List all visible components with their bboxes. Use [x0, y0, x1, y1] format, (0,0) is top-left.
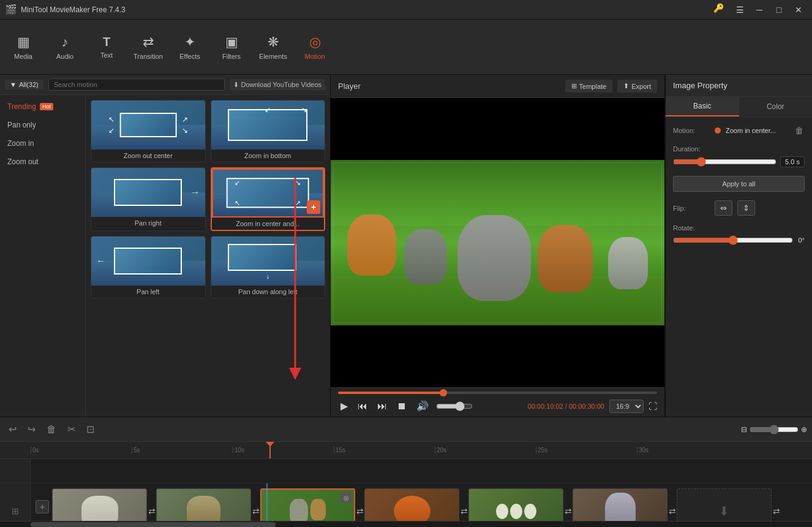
- ruler-mark: 0s: [31, 447, 132, 453]
- motion-badge: ◎: [340, 492, 351, 503]
- all-category-tag[interactable]: ▼ All(32): [5, 80, 43, 89]
- cut-clip-button[interactable]: ✂: [64, 421, 79, 438]
- category-zoom-out[interactable]: Zoom out: [0, 153, 85, 171]
- collapse-icon: ▼: [10, 81, 17, 88]
- stop-button[interactable]: ⏹: [394, 400, 409, 413]
- crop-clip-button[interactable]: ⊡: [83, 421, 98, 438]
- menu-button[interactable]: ☰: [731, 3, 748, 17]
- filters-label: Filters: [222, 53, 241, 60]
- fullscreen-button[interactable]: ⛶: [648, 401, 657, 411]
- transition-icon: ⇄: [773, 506, 780, 516]
- toolbar-item-text[interactable]: T Text: [86, 23, 127, 72]
- zoom-controls: ⊟ ⊕: [741, 425, 807, 434]
- motion-property-label: Motion:: [673, 127, 710, 134]
- delete-clip-button[interactable]: 🗑: [43, 422, 60, 438]
- timeline-toolbar: ↩ ↪ 🗑 ✂ ⊡ ⊟ ⊕: [0, 417, 812, 442]
- text-icon: T: [103, 35, 110, 49]
- add-motion-button[interactable]: +: [307, 200, 320, 214]
- motion-indicator: [715, 127, 721, 134]
- rotate-row: 0°: [673, 235, 805, 245]
- hot-badge: Hot: [40, 103, 53, 110]
- playhead-marker: [266, 442, 274, 447]
- toolbar-item-effects[interactable]: ✦ Effects: [169, 23, 211, 72]
- next-frame-button[interactable]: ⏭: [375, 400, 389, 413]
- download-youtube-button[interactable]: ⬇ Download YouTube Videos: [230, 79, 326, 91]
- right-panel: Image Property Basic Color Motion: Zoom …: [665, 75, 812, 417]
- tab-basic[interactable]: Basic: [666, 97, 739, 116]
- video-area: [331, 98, 664, 387]
- apply-all-row: Apply to all: [673, 176, 805, 192]
- time-display: 00:00:10:02 / 00:00:30:00: [528, 403, 604, 410]
- left-panel-header: ▼ All(32) ⬇ Download YouTube Videos: [0, 75, 330, 95]
- play-button[interactable]: ▶: [338, 399, 350, 413]
- audio-icon: ♪: [62, 34, 69, 50]
- search-input[interactable]: [48, 78, 225, 91]
- app-title: MiniTool MovieMaker Free 7.4.3: [21, 6, 713, 14]
- rotate-value: 0°: [798, 237, 805, 244]
- motion-card-pan-down-left[interactable]: ↓ Pan down along left: [211, 236, 326, 298]
- zoom-slider[interactable]: [750, 425, 799, 434]
- category-trending[interactable]: Trending Hot: [0, 97, 85, 116]
- maximize-button[interactable]: □: [770, 3, 788, 17]
- player-controls: ▶ ⏮ ⏭ ⏹ 🔊 00:00:10:02 / 00:00:30:00 16:9…: [331, 387, 664, 417]
- transition-icon: ⇄: [356, 506, 364, 516]
- template-button[interactable]: ⊞ Template: [565, 80, 613, 93]
- redo-button[interactable]: ↪: [24, 421, 39, 438]
- zoom-out-label: Zoom out: [7, 157, 39, 166]
- toolbar-item-elements[interactable]: ❋ Elements: [252, 23, 294, 72]
- duration-slider[interactable]: [673, 157, 776, 167]
- volume-button[interactable]: 🔊: [414, 399, 431, 413]
- elements-label: Elements: [259, 53, 287, 60]
- scrollbar-thumb[interactable]: [31, 522, 276, 527]
- minimize-button[interactable]: ─: [751, 3, 768, 17]
- ruler-mark: 25s: [536, 447, 637, 453]
- audio-label: Audio: [56, 53, 73, 60]
- transition-icon: ⇄: [565, 506, 572, 516]
- toolbar-item-audio[interactable]: ♪ Audio: [44, 23, 86, 72]
- ruler-mark: 20s: [435, 447, 536, 453]
- trending-label: Trending: [7, 102, 36, 111]
- delete-motion-button[interactable]: 🗑: [794, 124, 805, 137]
- motion-card-zoom-in-center[interactable]: ↙ ↘ ↖ ↗ + Zoom in center and...: [211, 167, 326, 231]
- categories-sidebar: Trending Hot Pan only Zoom in Zoom out: [0, 95, 86, 417]
- toolbar-item-motion[interactable]: ◎ Motion: [294, 23, 336, 72]
- rotate-slider[interactable]: [673, 235, 793, 245]
- ruler-mark: 15s: [334, 447, 435, 453]
- main-area: ▼ All(32) ⬇ Download YouTube Videos Tren…: [0, 75, 812, 417]
- titlebar: 🎬 MiniTool MovieMaker Free 7.4.3 🔑 ☰ ─ □…: [0, 0, 812, 20]
- motion-card-zoom-in-bottom[interactable]: ↙ ↘ Zoom in bottom: [211, 100, 326, 162]
- motion-card-label: Pan left: [91, 286, 205, 298]
- tab-color[interactable]: Color: [739, 97, 813, 116]
- app-icon: 🎬: [5, 4, 17, 15]
- toolbar-item-filters[interactable]: ▣ Filters: [211, 23, 252, 72]
- player-header: Player ⊞ Template ⬆ Export: [331, 75, 664, 98]
- transition-icon: ⇄: [143, 34, 154, 50]
- category-pan-only[interactable]: Pan only: [0, 116, 85, 134]
- undo-button[interactable]: ↩: [5, 421, 20, 438]
- motion-card-label: Pan right: [91, 217, 205, 229]
- progress-bar[interactable]: [338, 392, 657, 394]
- motion-card-pan-right[interactable]: → Pan right: [91, 167, 206, 231]
- left-panel: ▼ All(32) ⬇ Download YouTube Videos Tren…: [0, 75, 331, 417]
- volume-slider[interactable]: [436, 401, 473, 411]
- duration-label: Duration:: [673, 145, 710, 153]
- category-zoom-in[interactable]: Zoom in: [0, 134, 85, 153]
- toolbar-item-transition[interactable]: ⇄ Transition: [127, 23, 169, 72]
- zoom-in-icon: ⊕: [801, 425, 807, 434]
- flip-horizontal-button[interactable]: ⇔: [715, 200, 732, 216]
- playhead[interactable]: [269, 442, 271, 458]
- ruler-mark: 30s: [637, 447, 738, 453]
- flip-vertical-button[interactable]: ⇕: [737, 200, 755, 216]
- close-button[interactable]: ✕: [790, 3, 807, 17]
- pan-only-label: Pan only: [7, 121, 36, 129]
- motion-card-pan-left[interactable]: ← Pan left: [91, 236, 206, 298]
- toolbar-item-media[interactable]: ▦ Media: [2, 23, 44, 72]
- prev-frame-button[interactable]: ⏮: [355, 400, 370, 413]
- export-button[interactable]: ⬆ Export: [617, 80, 657, 93]
- motion-card-zoom-out-center[interactable]: ↖ ↗ ↙ ↘ Zoom out center: [91, 100, 206, 162]
- aspect-ratio-select[interactable]: 16:9 9:16 4:3 1:1: [609, 400, 644, 413]
- player-actions: ⊞ Template ⬆ Export: [565, 80, 657, 93]
- apply-to-all-button[interactable]: Apply to all: [673, 176, 805, 192]
- horizontal-scrollbar[interactable]: [0, 521, 812, 527]
- add-clip-button[interactable]: +: [36, 500, 49, 514]
